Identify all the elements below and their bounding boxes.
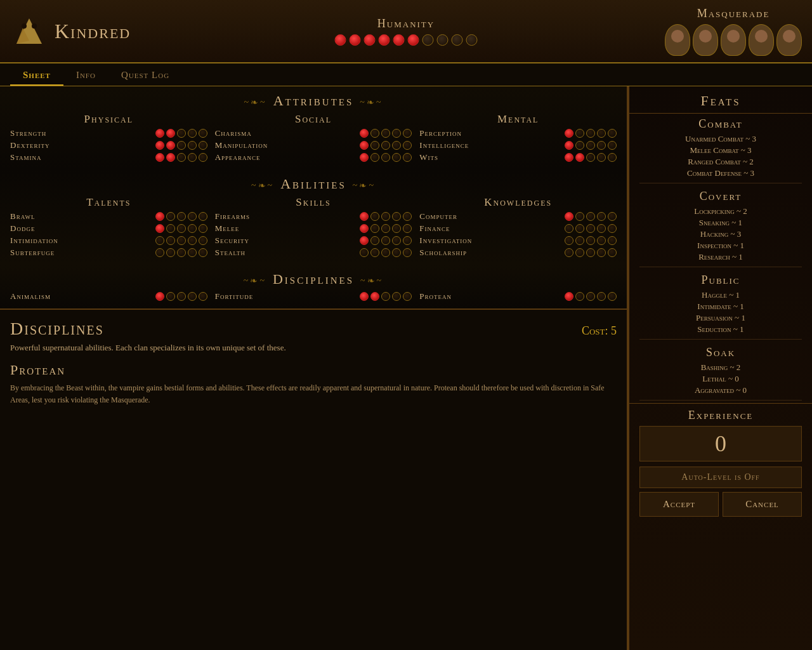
stat-dot[interactable] <box>188 141 197 150</box>
humanity-dot[interactable] <box>466 34 478 46</box>
stat-dot[interactable] <box>597 129 606 138</box>
stat-dot[interactable] <box>392 236 401 245</box>
intelligence-dots[interactable] <box>565 141 617 150</box>
stat-dot[interactable] <box>177 141 186 150</box>
stat-dot[interactable] <box>597 212 606 221</box>
stat-dot[interactable] <box>155 212 164 221</box>
tab-sheet[interactable]: Sheet <box>10 66 63 86</box>
appearance-dots[interactable] <box>360 153 412 162</box>
stat-dot[interactable] <box>608 141 617 150</box>
stat-dot[interactable] <box>575 248 584 257</box>
stat-dot[interactable] <box>597 153 606 162</box>
stat-dot[interactable] <box>565 129 573 138</box>
stat-dot[interactable] <box>188 248 197 257</box>
stat-dot[interactable] <box>381 153 390 162</box>
accept-button[interactable]: Accept <box>639 492 719 517</box>
auto-level-button[interactable]: Auto-Level is Off <box>639 467 802 488</box>
humanity-dot[interactable] <box>350 34 361 46</box>
stealth-dots[interactable] <box>360 248 412 257</box>
stat-dot[interactable] <box>166 141 175 150</box>
stat-dot[interactable] <box>575 224 584 233</box>
stat-dot[interactable] <box>370 141 379 150</box>
stat-dot[interactable] <box>381 224 390 233</box>
manipulation-dots[interactable] <box>360 141 412 150</box>
security-dots[interactable] <box>360 236 412 245</box>
stat-dot[interactable] <box>166 129 175 138</box>
stat-dot[interactable] <box>608 292 617 301</box>
stat-dot[interactable] <box>565 153 573 162</box>
scholarship-dots[interactable] <box>565 248 617 257</box>
stat-dot[interactable] <box>575 212 584 221</box>
stat-dot[interactable] <box>199 236 207 245</box>
stat-dot[interactable] <box>381 248 390 257</box>
stat-dot[interactable] <box>403 236 412 245</box>
stat-dot[interactable] <box>586 224 595 233</box>
stat-dot[interactable] <box>608 224 617 233</box>
stat-dot[interactable] <box>608 212 617 221</box>
stat-dot[interactable] <box>392 129 401 138</box>
stat-dot[interactable] <box>403 129 412 138</box>
tab-info[interactable]: Info <box>63 66 108 86</box>
stat-dot[interactable] <box>199 129 207 138</box>
stat-dot[interactable] <box>392 153 401 162</box>
stat-dot[interactable] <box>586 236 595 245</box>
cancel-button[interactable]: Cancel <box>723 492 802 517</box>
stat-dot[interactable] <box>188 212 197 221</box>
melee-dots[interactable] <box>360 224 412 233</box>
humanity-dot[interactable] <box>335 34 346 46</box>
investigation-dots[interactable] <box>565 236 617 245</box>
stat-dot[interactable] <box>565 292 573 301</box>
stat-dot[interactable] <box>177 212 186 221</box>
stat-dot[interactable] <box>392 248 401 257</box>
stat-dot[interactable] <box>597 236 606 245</box>
stat-dot[interactable] <box>360 248 369 257</box>
humanity-dot[interactable] <box>408 34 419 46</box>
stat-dot[interactable] <box>597 224 606 233</box>
humanity-dot[interactable] <box>393 34 405 46</box>
stat-dot[interactable] <box>199 153 207 162</box>
charisma-dots[interactable] <box>360 129 412 138</box>
stat-dot[interactable] <box>392 141 401 150</box>
stat-dot[interactable] <box>155 153 164 162</box>
stat-dot[interactable] <box>188 224 197 233</box>
perception-dots[interactable] <box>565 129 617 138</box>
humanity-dot[interactable] <box>364 34 376 46</box>
stat-dot[interactable] <box>381 212 390 221</box>
stat-dot[interactable] <box>381 141 390 150</box>
stat-dot[interactable] <box>155 129 164 138</box>
stat-dot[interactable] <box>392 292 401 301</box>
stat-dot[interactable] <box>392 224 401 233</box>
stat-dot[interactable] <box>360 236 369 245</box>
stat-dot[interactable] <box>370 212 379 221</box>
fortitude-dots[interactable] <box>360 292 412 301</box>
stat-dot[interactable] <box>199 224 207 233</box>
stat-dot[interactable] <box>177 236 186 245</box>
finance-dots[interactable] <box>565 224 617 233</box>
stat-dot[interactable] <box>381 236 390 245</box>
stat-dot[interactable] <box>403 153 412 162</box>
stat-dot[interactable] <box>188 236 197 245</box>
stat-dot[interactable] <box>188 292 197 301</box>
stat-dot[interactable] <box>199 292 207 301</box>
stat-dot[interactable] <box>155 224 164 233</box>
stat-dot[interactable] <box>199 248 207 257</box>
stat-dot[interactable] <box>199 141 207 150</box>
stat-dot[interactable] <box>586 129 595 138</box>
animalism-dots[interactable] <box>155 292 207 301</box>
stat-dot[interactable] <box>177 292 186 301</box>
stat-dot[interactable] <box>360 129 369 138</box>
stat-dot[interactable] <box>188 153 197 162</box>
stat-dot[interactable] <box>565 236 573 245</box>
intimidation-dots[interactable] <box>155 236 207 245</box>
stat-dot[interactable] <box>360 224 369 233</box>
wits-dots[interactable] <box>565 153 617 162</box>
humanity-dot[interactable] <box>437 34 449 46</box>
stat-dot[interactable] <box>565 141 573 150</box>
stat-dot[interactable] <box>166 292 175 301</box>
stat-dot[interactable] <box>608 236 617 245</box>
computer-dots[interactable] <box>565 212 617 221</box>
stat-dot[interactable] <box>586 292 595 301</box>
stat-dot[interactable] <box>565 224 573 233</box>
stat-dot[interactable] <box>360 141 369 150</box>
stat-dot[interactable] <box>381 292 390 301</box>
